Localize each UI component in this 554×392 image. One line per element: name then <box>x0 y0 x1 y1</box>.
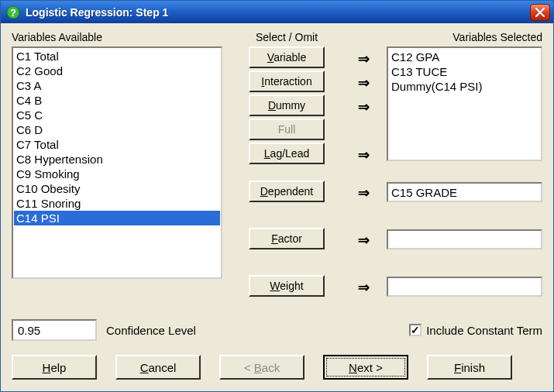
arrow-laglead: ⇒ <box>358 144 370 166</box>
dialog-content: Variables Available C1 TotalC2 GoodC3 AC… <box>1 23 553 391</box>
full-button: Full <box>249 119 325 140</box>
arrow-dependent: ⇒ <box>358 182 370 204</box>
titlebar: ? Logistic Regression: Step 1 <box>1 1 553 23</box>
factor-field[interactable] <box>387 229 542 249</box>
confidence-input[interactable] <box>12 319 97 341</box>
finish-button[interactable]: Finish <box>427 355 512 380</box>
dependent-field[interactable]: C15 GRADE <box>387 182 542 202</box>
svg-text:?: ? <box>10 7 16 19</box>
help-icon: ? <box>5 5 21 20</box>
cancel-button[interactable]: Cancel <box>115 355 201 380</box>
list-item[interactable]: C5 C <box>14 108 220 122</box>
list-item[interactable]: C14 PSI <box>14 211 220 225</box>
available-label: Variables Available <box>12 31 222 43</box>
list-item[interactable]: C11 Snoring <box>14 196 220 211</box>
factor-button[interactable]: Factor <box>249 228 325 249</box>
back-button: < Back <box>219 355 305 380</box>
list-item[interactable]: C6 D <box>14 122 220 137</box>
list-item[interactable]: Dummy(C14 PSI) <box>391 79 538 94</box>
interaction-button[interactable]: Interaction <box>249 70 325 92</box>
dependent-button[interactable]: Dependent <box>249 181 325 202</box>
laglead-button[interactable]: Lag/Lead <box>249 143 325 164</box>
list-item[interactable]: C3 A <box>14 78 220 93</box>
weight-button[interactable]: Weight <box>249 275 325 297</box>
dummy-button[interactable]: Dummy <box>249 95 325 116</box>
select-omit-label: Select / Omit <box>256 31 318 43</box>
window-title: Logistic Regression: Step 1 <box>26 6 530 19</box>
list-item[interactable]: C12 GPA <box>391 50 538 64</box>
next-button[interactable]: Next > <box>323 355 408 380</box>
list-item[interactable]: C8 Hypertension <box>14 152 220 167</box>
list-item[interactable]: C9 Smoking <box>14 167 220 181</box>
list-item[interactable]: C10 Obesity <box>14 181 220 196</box>
arrow-weight: ⇒ <box>358 277 370 298</box>
confidence-label: Confidence Level <box>106 324 196 337</box>
list-item[interactable]: C1 Total <box>14 49 220 64</box>
list-item[interactable]: C2 Good <box>14 64 220 78</box>
include-constant-checkbox[interactable]: ✓ Include Constant Term <box>409 324 542 337</box>
checkbox-icon: ✓ <box>409 324 422 336</box>
available-listbox[interactable]: C1 TotalC2 GoodC3 AC4 BC5 CC6 DC7 TotalC… <box>12 46 222 279</box>
selected-label: Variables Selected <box>387 31 542 43</box>
list-item[interactable]: C4 B <box>14 93 220 108</box>
list-item[interactable]: C13 TUCE <box>391 64 538 79</box>
arrow-factor: ⇒ <box>358 229 370 251</box>
help-button[interactable]: Help <box>12 355 97 380</box>
include-constant-label: Include Constant Term <box>426 324 542 337</box>
selected-listbox[interactable]: C12 GPAC13 TUCEDummy(C14 PSI) <box>387 46 542 161</box>
arrow-dummy: ⇒ <box>358 96 370 118</box>
arrow-interaction: ⇒ <box>358 72 370 94</box>
arrow-variable: ⇒ <box>358 48 370 70</box>
list-item[interactable]: C7 Total <box>14 137 220 152</box>
close-button[interactable] <box>530 4 550 21</box>
variable-button[interactable]: Variable <box>249 46 325 68</box>
weight-field[interactable] <box>387 277 542 297</box>
dialog-window: ? Logistic Regression: Step 1 Variables … <box>0 0 554 392</box>
